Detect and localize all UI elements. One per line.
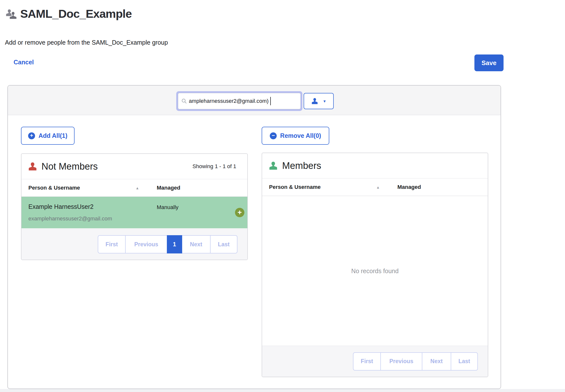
- pagination-first-button[interactable]: First: [353, 352, 381, 371]
- person-icon: [311, 97, 318, 105]
- remove-all-button[interactable]: − Remove All(0): [262, 127, 329, 145]
- members-pagination: First Previous Next Last: [353, 352, 478, 371]
- add-all-label: Add All(1): [39, 132, 67, 139]
- pagination-last-button[interactable]: Last: [210, 235, 237, 253]
- not-members-pagination: First Previous 1 Next Last: [98, 235, 237, 253]
- column-person-username[interactable]: Person & Username: [28, 185, 80, 191]
- remove-all-label: Remove All(0): [280, 132, 321, 139]
- pagination-previous-button[interactable]: Previous: [125, 235, 167, 253]
- column-person-username[interactable]: Person & Username: [269, 184, 321, 190]
- person-name: Example HarnessUser2: [28, 203, 94, 210]
- text-cursor: [270, 97, 271, 105]
- group-icon: [5, 8, 19, 21]
- pagination-first-button[interactable]: First: [98, 235, 126, 253]
- page-subtitle: Add or remove people from the SAML_Doc_E…: [5, 39, 168, 46]
- not-members-header: Not Members Showing 1 - 1 of 1: [21, 154, 247, 179]
- add-person-icon[interactable]: +: [235, 208, 244, 217]
- search-input[interactable]: ampleharnessuser2@gmail.com): [178, 93, 301, 109]
- showing-count: Showing 1 - 1 of 1: [193, 163, 236, 170]
- search-icon: [181, 98, 187, 104]
- pagination-page-1-button[interactable]: 1: [167, 235, 182, 253]
- managed-value: Manually: [157, 204, 178, 211]
- pagination-last-button[interactable]: Last: [451, 352, 478, 371]
- not-members-panel: Not Members Showing 1 - 1 of 1 Person & …: [21, 153, 248, 260]
- search-toolbar: ampleharnessuser2@gmail.com) ▼: [8, 86, 501, 115]
- members-panel: Members Person & Username ▲ Managed No r…: [262, 153, 488, 377]
- add-all-button[interactable]: + Add All(1): [21, 127, 75, 145]
- page-title: SAML_Doc_Example: [20, 7, 132, 20]
- minus-circle-icon: −: [270, 132, 277, 139]
- cancel-link[interactable]: Cancel: [14, 59, 34, 66]
- not-members-footer: First Previous 1 Next Last: [21, 229, 247, 260]
- members-header: Members: [262, 153, 488, 178]
- person-username: exampleharnessuser2@gmail.com: [28, 215, 112, 222]
- pagination-previous-button[interactable]: Previous: [380, 352, 422, 371]
- not-members-column-header: Person & Username ▲ Managed: [21, 179, 247, 197]
- pagination-next-button[interactable]: Next: [422, 352, 451, 371]
- plus-circle-icon: +: [28, 132, 35, 139]
- save-button[interactable]: Save: [474, 54, 504, 71]
- column-managed[interactable]: Managed: [397, 184, 421, 190]
- sort-ascending-icon: ▲: [376, 185, 380, 189]
- search-focus-ring: ampleharnessuser2@gmail.com): [176, 91, 302, 111]
- not-members-title: Not Members: [41, 161, 98, 172]
- page-bottom-divider: [0, 389, 565, 392]
- sort-ascending-icon: ▲: [136, 186, 139, 190]
- pagination-next-button[interactable]: Next: [182, 235, 211, 253]
- person-filter-dropdown[interactable]: ▼: [304, 93, 334, 109]
- members-footer: First Previous Next Last: [262, 346, 488, 377]
- members-person-icon: [268, 161, 278, 171]
- members-column-header: Person & Username ▲ Managed: [262, 178, 488, 196]
- column-managed[interactable]: Managed: [157, 185, 180, 191]
- empty-state-text: No records found: [262, 196, 488, 346]
- search-value: ampleharnessuser2@gmail.com): [189, 98, 269, 104]
- not-members-person-icon: [28, 161, 38, 171]
- table-row[interactable]: Example HarnessUser2 exampleharnessuser2…: [21, 197, 247, 228]
- group-membership-container: ampleharnessuser2@gmail.com) ▼ + Add All…: [7, 85, 501, 389]
- members-title: Members: [282, 160, 321, 171]
- chevron-down-icon: ▼: [323, 99, 327, 103]
